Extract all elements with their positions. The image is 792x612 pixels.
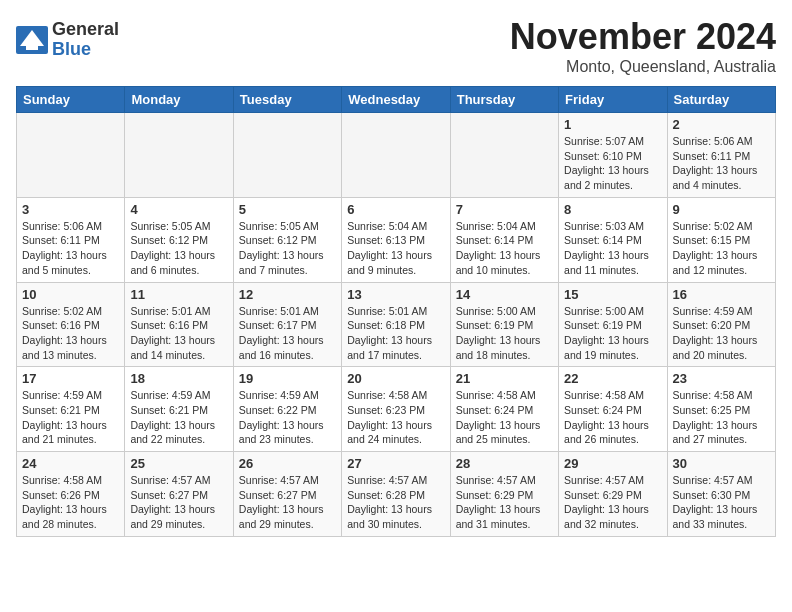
calendar-week-4: 17Sunrise: 4:59 AM Sunset: 6:21 PM Dayli… — [17, 367, 776, 452]
day-number: 26 — [239, 456, 336, 471]
calendar-week-2: 3Sunrise: 5:06 AM Sunset: 6:11 PM Daylig… — [17, 197, 776, 282]
calendar-cell: 22Sunrise: 4:58 AM Sunset: 6:24 PM Dayli… — [559, 367, 667, 452]
day-number: 27 — [347, 456, 444, 471]
day-number: 1 — [564, 117, 661, 132]
day-number: 19 — [239, 371, 336, 386]
svg-rect-2 — [26, 46, 38, 50]
calendar-cell: 26Sunrise: 4:57 AM Sunset: 6:27 PM Dayli… — [233, 452, 341, 537]
calendar-cell: 8Sunrise: 5:03 AM Sunset: 6:14 PM Daylig… — [559, 197, 667, 282]
day-number: 4 — [130, 202, 227, 217]
calendar-cell: 28Sunrise: 4:57 AM Sunset: 6:29 PM Dayli… — [450, 452, 558, 537]
calendar-cell: 18Sunrise: 4:59 AM Sunset: 6:21 PM Dayli… — [125, 367, 233, 452]
calendar-cell: 9Sunrise: 5:02 AM Sunset: 6:15 PM Daylig… — [667, 197, 775, 282]
day-info: Sunrise: 4:59 AM Sunset: 6:21 PM Dayligh… — [130, 388, 227, 447]
header: General Blue November 2024 Monto, Queens… — [16, 16, 776, 76]
weekday-header-monday: Monday — [125, 87, 233, 113]
weekday-header-thursday: Thursday — [450, 87, 558, 113]
day-number: 23 — [673, 371, 770, 386]
calendar: SundayMondayTuesdayWednesdayThursdayFrid… — [16, 86, 776, 537]
calendar-cell: 21Sunrise: 4:58 AM Sunset: 6:24 PM Dayli… — [450, 367, 558, 452]
day-info: Sunrise: 5:06 AM Sunset: 6:11 PM Dayligh… — [673, 134, 770, 193]
day-number: 17 — [22, 371, 119, 386]
day-number: 12 — [239, 287, 336, 302]
day-info: Sunrise: 4:57 AM Sunset: 6:27 PM Dayligh… — [239, 473, 336, 532]
calendar-cell: 4Sunrise: 5:05 AM Sunset: 6:12 PM Daylig… — [125, 197, 233, 282]
day-number: 6 — [347, 202, 444, 217]
day-info: Sunrise: 5:07 AM Sunset: 6:10 PM Dayligh… — [564, 134, 661, 193]
day-info: Sunrise: 5:01 AM Sunset: 6:17 PM Dayligh… — [239, 304, 336, 363]
day-info: Sunrise: 5:04 AM Sunset: 6:14 PM Dayligh… — [456, 219, 553, 278]
day-info: Sunrise: 4:57 AM Sunset: 6:28 PM Dayligh… — [347, 473, 444, 532]
calendar-week-3: 10Sunrise: 5:02 AM Sunset: 6:16 PM Dayli… — [17, 282, 776, 367]
calendar-cell: 19Sunrise: 4:59 AM Sunset: 6:22 PM Dayli… — [233, 367, 341, 452]
day-info: Sunrise: 4:58 AM Sunset: 6:25 PM Dayligh… — [673, 388, 770, 447]
day-info: Sunrise: 4:57 AM Sunset: 6:29 PM Dayligh… — [564, 473, 661, 532]
day-info: Sunrise: 5:00 AM Sunset: 6:19 PM Dayligh… — [456, 304, 553, 363]
calendar-cell: 27Sunrise: 4:57 AM Sunset: 6:28 PM Dayli… — [342, 452, 450, 537]
day-number: 30 — [673, 456, 770, 471]
day-info: Sunrise: 5:06 AM Sunset: 6:11 PM Dayligh… — [22, 219, 119, 278]
day-info: Sunrise: 4:58 AM Sunset: 6:24 PM Dayligh… — [456, 388, 553, 447]
calendar-cell: 5Sunrise: 5:05 AM Sunset: 6:12 PM Daylig… — [233, 197, 341, 282]
day-info: Sunrise: 5:02 AM Sunset: 6:15 PM Dayligh… — [673, 219, 770, 278]
day-number: 11 — [130, 287, 227, 302]
calendar-cell — [233, 113, 341, 198]
calendar-cell: 11Sunrise: 5:01 AM Sunset: 6:16 PM Dayli… — [125, 282, 233, 367]
day-number: 25 — [130, 456, 227, 471]
calendar-cell — [125, 113, 233, 198]
day-number: 8 — [564, 202, 661, 217]
weekday-header-saturday: Saturday — [667, 87, 775, 113]
day-info: Sunrise: 5:03 AM Sunset: 6:14 PM Dayligh… — [564, 219, 661, 278]
day-number: 21 — [456, 371, 553, 386]
day-number: 13 — [347, 287, 444, 302]
day-info: Sunrise: 4:59 AM Sunset: 6:22 PM Dayligh… — [239, 388, 336, 447]
calendar-week-1: 1Sunrise: 5:07 AM Sunset: 6:10 PM Daylig… — [17, 113, 776, 198]
calendar-cell: 15Sunrise: 5:00 AM Sunset: 6:19 PM Dayli… — [559, 282, 667, 367]
title-area: November 2024 Monto, Queensland, Austral… — [510, 16, 776, 76]
weekday-header-wednesday: Wednesday — [342, 87, 450, 113]
day-info: Sunrise: 5:00 AM Sunset: 6:19 PM Dayligh… — [564, 304, 661, 363]
day-number: 3 — [22, 202, 119, 217]
calendar-cell: 10Sunrise: 5:02 AM Sunset: 6:16 PM Dayli… — [17, 282, 125, 367]
day-number: 10 — [22, 287, 119, 302]
day-info: Sunrise: 4:59 AM Sunset: 6:21 PM Dayligh… — [22, 388, 119, 447]
day-info: Sunrise: 5:04 AM Sunset: 6:13 PM Dayligh… — [347, 219, 444, 278]
calendar-cell: 20Sunrise: 4:58 AM Sunset: 6:23 PM Dayli… — [342, 367, 450, 452]
day-number: 20 — [347, 371, 444, 386]
day-number: 28 — [456, 456, 553, 471]
logo-blue-text: Blue — [52, 39, 91, 59]
logo: General Blue — [16, 20, 119, 60]
day-info: Sunrise: 4:58 AM Sunset: 6:23 PM Dayligh… — [347, 388, 444, 447]
day-info: Sunrise: 5:05 AM Sunset: 6:12 PM Dayligh… — [130, 219, 227, 278]
calendar-cell: 14Sunrise: 5:00 AM Sunset: 6:19 PM Dayli… — [450, 282, 558, 367]
calendar-week-5: 24Sunrise: 4:58 AM Sunset: 6:26 PM Dayli… — [17, 452, 776, 537]
calendar-cell: 2Sunrise: 5:06 AM Sunset: 6:11 PM Daylig… — [667, 113, 775, 198]
month-title: November 2024 — [510, 16, 776, 58]
calendar-cell: 1Sunrise: 5:07 AM Sunset: 6:10 PM Daylig… — [559, 113, 667, 198]
day-number: 14 — [456, 287, 553, 302]
calendar-cell: 12Sunrise: 5:01 AM Sunset: 6:17 PM Dayli… — [233, 282, 341, 367]
calendar-cell: 24Sunrise: 4:58 AM Sunset: 6:26 PM Dayli… — [17, 452, 125, 537]
day-info: Sunrise: 4:58 AM Sunset: 6:26 PM Dayligh… — [22, 473, 119, 532]
day-number: 15 — [564, 287, 661, 302]
calendar-cell: 6Sunrise: 5:04 AM Sunset: 6:13 PM Daylig… — [342, 197, 450, 282]
day-number: 16 — [673, 287, 770, 302]
day-info: Sunrise: 4:59 AM Sunset: 6:20 PM Dayligh… — [673, 304, 770, 363]
day-number: 24 — [22, 456, 119, 471]
calendar-cell: 13Sunrise: 5:01 AM Sunset: 6:18 PM Dayli… — [342, 282, 450, 367]
calendar-cell — [17, 113, 125, 198]
calendar-cell: 7Sunrise: 5:04 AM Sunset: 6:14 PM Daylig… — [450, 197, 558, 282]
day-number: 7 — [456, 202, 553, 217]
logo-general-text: General — [52, 19, 119, 39]
day-info: Sunrise: 4:57 AM Sunset: 6:29 PM Dayligh… — [456, 473, 553, 532]
calendar-cell — [342, 113, 450, 198]
calendar-cell: 29Sunrise: 4:57 AM Sunset: 6:29 PM Dayli… — [559, 452, 667, 537]
weekday-header-tuesday: Tuesday — [233, 87, 341, 113]
weekday-header-friday: Friday — [559, 87, 667, 113]
day-number: 22 — [564, 371, 661, 386]
day-number: 18 — [130, 371, 227, 386]
calendar-cell: 17Sunrise: 4:59 AM Sunset: 6:21 PM Dayli… — [17, 367, 125, 452]
calendar-cell — [450, 113, 558, 198]
day-number: 9 — [673, 202, 770, 217]
weekday-header-sunday: Sunday — [17, 87, 125, 113]
